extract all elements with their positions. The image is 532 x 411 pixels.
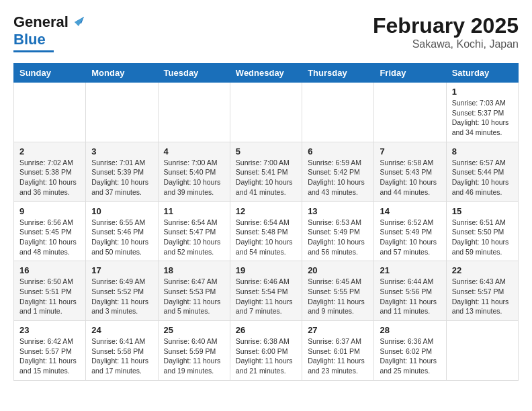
weekday-header-saturday: Saturday [446, 64, 518, 83]
calendar-cell: 2Sunrise: 7:02 AMSunset: 5:38 PMDaylight… [14, 142, 86, 201]
weekday-header-sunday: Sunday [14, 64, 86, 83]
calendar-cell: 25Sunrise: 6:40 AMSunset: 5:59 PMDayligh… [158, 321, 230, 381]
day-info: Sunrise: 6:50 AMSunset: 5:51 PMDaylight:… [19, 277, 80, 316]
day-info: Sunrise: 6:47 AMSunset: 5:53 PMDaylight:… [164, 277, 224, 316]
day-number: 14 [380, 206, 440, 216]
day-number: 22 [452, 265, 513, 275]
day-info: Sunrise: 6:58 AMSunset: 5:43 PMDaylight:… [380, 158, 440, 197]
calendar-cell: 19Sunrise: 6:46 AMSunset: 5:54 PMDayligh… [230, 261, 302, 321]
calendar-cell: 27Sunrise: 6:37 AMSunset: 6:01 PMDayligh… [302, 321, 374, 381]
calendar-cell: 16Sunrise: 6:50 AMSunset: 5:51 PMDayligh… [14, 261, 86, 321]
calendar-cell: 26Sunrise: 6:38 AMSunset: 6:00 PMDayligh… [230, 321, 302, 381]
day-info: Sunrise: 6:53 AMSunset: 5:49 PMDaylight:… [308, 218, 368, 257]
day-number: 6 [308, 146, 368, 156]
calendar-cell: 13Sunrise: 6:53 AMSunset: 5:49 PMDayligh… [302, 201, 374, 261]
calendar-cell [302, 83, 374, 142]
day-info: Sunrise: 6:54 AMSunset: 5:47 PMDaylight:… [164, 218, 224, 257]
calendar-cell: 10Sunrise: 6:55 AMSunset: 5:46 PMDayligh… [86, 201, 158, 261]
calendar-cell: 4Sunrise: 7:00 AMSunset: 5:40 PMDaylight… [158, 142, 230, 201]
weekday-header-row: SundayMondayTuesdayWednesdayThursdayFrid… [14, 64, 519, 83]
calendar-cell: 17Sunrise: 6:49 AMSunset: 5:52 PMDayligh… [86, 261, 158, 321]
weekday-header-thursday: Thursday [302, 64, 374, 83]
day-info: Sunrise: 7:02 AMSunset: 5:38 PMDaylight:… [19, 158, 80, 197]
calendar-week-5: 23Sunrise: 6:42 AMSunset: 5:57 PMDayligh… [14, 321, 519, 381]
calendar-cell: 6Sunrise: 6:59 AMSunset: 5:42 PMDaylight… [302, 142, 374, 201]
weekday-header-monday: Monday [86, 64, 158, 83]
day-number: 23 [19, 325, 80, 335]
location-subtitle: Sakawa, Kochi, Japan [373, 38, 519, 50]
page-header: General Blue February 2025 Sakawa, Kochi… [13, 13, 519, 52]
calendar-week-4: 16Sunrise: 6:50 AMSunset: 5:51 PMDayligh… [14, 261, 519, 321]
day-number: 16 [19, 265, 80, 275]
logo-underline [13, 50, 54, 52]
day-number: 12 [236, 206, 296, 216]
day-number: 19 [236, 265, 296, 275]
day-info: Sunrise: 6:41 AMSunset: 5:58 PMDaylight:… [91, 336, 152, 376]
day-info: Sunrise: 6:52 AMSunset: 5:49 PMDaylight:… [380, 218, 440, 257]
calendar-week-2: 2Sunrise: 7:02 AMSunset: 5:38 PMDaylight… [14, 142, 519, 201]
calendar-cell [446, 321, 518, 381]
day-number: 1 [452, 87, 513, 97]
day-info: Sunrise: 6:51 AMSunset: 5:50 PMDaylight:… [452, 218, 513, 257]
day-number: 5 [236, 146, 296, 156]
calendar-cell: 15Sunrise: 6:51 AMSunset: 5:50 PMDayligh… [446, 201, 518, 261]
day-info: Sunrise: 6:55 AMSunset: 5:46 PMDaylight:… [91, 218, 152, 257]
day-info: Sunrise: 6:37 AMSunset: 6:01 PMDaylight:… [308, 336, 368, 376]
calendar-cell [14, 83, 86, 142]
day-info: Sunrise: 6:36 AMSunset: 6:02 PMDaylight:… [380, 336, 440, 376]
day-info: Sunrise: 6:44 AMSunset: 5:56 PMDaylight:… [380, 277, 440, 316]
svg-marker-1 [75, 17, 84, 26]
day-number: 15 [452, 206, 513, 216]
day-info: Sunrise: 7:03 AMSunset: 5:37 PMDaylight:… [452, 98, 513, 138]
logo-general: General [13, 13, 69, 31]
calendar-cell: 11Sunrise: 6:54 AMSunset: 5:47 PMDayligh… [158, 201, 230, 261]
day-number: 18 [164, 265, 224, 275]
calendar-cell: 14Sunrise: 6:52 AMSunset: 5:49 PMDayligh… [374, 201, 446, 261]
weekday-header-friday: Friday [374, 64, 446, 83]
day-info: Sunrise: 6:54 AMSunset: 5:48 PMDaylight:… [236, 218, 296, 257]
logo-blue: Blue [13, 31, 46, 48]
day-number: 24 [91, 325, 152, 335]
calendar-cell [374, 83, 446, 142]
title-block: February 2025 Sakawa, Kochi, Japan [373, 13, 519, 50]
calendar-cell: 23Sunrise: 6:42 AMSunset: 5:57 PMDayligh… [14, 321, 86, 381]
calendar-cell: 3Sunrise: 7:01 AMSunset: 5:39 PMDaylight… [86, 142, 158, 201]
day-number: 21 [380, 265, 440, 275]
calendar-cell: 22Sunrise: 6:43 AMSunset: 5:57 PMDayligh… [446, 261, 518, 321]
day-info: Sunrise: 7:00 AMSunset: 5:40 PMDaylight:… [164, 158, 224, 197]
weekday-header-wednesday: Wednesday [230, 64, 302, 83]
day-info: Sunrise: 6:59 AMSunset: 5:42 PMDaylight:… [308, 158, 368, 197]
calendar-cell: 21Sunrise: 6:44 AMSunset: 5:56 PMDayligh… [374, 261, 446, 321]
day-info: Sunrise: 6:46 AMSunset: 5:54 PMDaylight:… [236, 277, 296, 316]
day-info: Sunrise: 7:00 AMSunset: 5:41 PMDaylight:… [236, 158, 296, 197]
calendar-table: SundayMondayTuesdayWednesdayThursdayFrid… [13, 63, 519, 381]
calendar-cell: 5Sunrise: 7:00 AMSunset: 5:41 PMDaylight… [230, 142, 302, 201]
day-info: Sunrise: 6:40 AMSunset: 5:59 PMDaylight:… [164, 336, 224, 376]
day-number: 2 [19, 146, 80, 156]
calendar-cell: 12Sunrise: 6:54 AMSunset: 5:48 PMDayligh… [230, 201, 302, 261]
calendar-cell: 24Sunrise: 6:41 AMSunset: 5:58 PMDayligh… [86, 321, 158, 381]
weekday-header-tuesday: Tuesday [158, 64, 230, 83]
day-number: 20 [308, 265, 368, 275]
day-number: 3 [91, 146, 152, 156]
calendar-body: 1Sunrise: 7:03 AMSunset: 5:37 PMDaylight… [14, 83, 519, 381]
day-number: 8 [452, 146, 513, 156]
calendar-cell: 8Sunrise: 6:57 AMSunset: 5:44 PMDaylight… [446, 142, 518, 201]
calendar-week-1: 1Sunrise: 7:03 AMSunset: 5:37 PMDaylight… [14, 83, 519, 142]
day-number: 9 [19, 206, 80, 216]
day-info: Sunrise: 6:56 AMSunset: 5:45 PMDaylight:… [19, 218, 80, 257]
calendar-cell: 28Sunrise: 6:36 AMSunset: 6:02 PMDayligh… [374, 321, 446, 381]
day-number: 26 [236, 325, 296, 335]
day-number: 13 [308, 206, 368, 216]
day-number: 17 [91, 265, 152, 275]
calendar-cell: 18Sunrise: 6:47 AMSunset: 5:53 PMDayligh… [158, 261, 230, 321]
calendar-cell: 20Sunrise: 6:45 AMSunset: 5:55 PMDayligh… [302, 261, 374, 321]
day-info: Sunrise: 6:38 AMSunset: 6:00 PMDaylight:… [236, 336, 296, 376]
day-info: Sunrise: 6:43 AMSunset: 5:57 PMDaylight:… [452, 277, 513, 316]
day-number: 27 [308, 325, 368, 335]
calendar-cell: 1Sunrise: 7:03 AMSunset: 5:37 PMDaylight… [446, 83, 518, 142]
day-info: Sunrise: 6:45 AMSunset: 5:55 PMDaylight:… [308, 277, 368, 316]
calendar-cell [86, 83, 158, 142]
day-number: 7 [380, 146, 440, 156]
day-number: 10 [91, 206, 152, 216]
